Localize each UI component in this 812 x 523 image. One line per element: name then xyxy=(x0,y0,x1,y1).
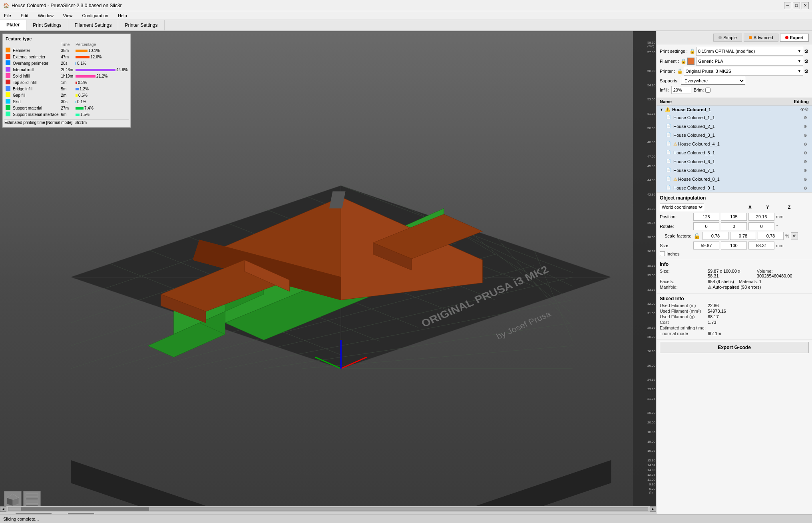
print-settings-section: Print settings : 🔒 0.15mm OPTIMAL (modif… xyxy=(657,44,812,98)
horizontal-scrollbar[interactable]: ◄ ► xyxy=(0,506,656,512)
menu-window[interactable]: Window xyxy=(36,12,56,19)
position-label: Position: xyxy=(660,214,692,219)
brim-row: Brim: xyxy=(694,88,711,93)
item-icon-8: 📄 xyxy=(666,176,672,182)
cost-value: 1.73 xyxy=(708,320,716,325)
group-gear-icon[interactable]: ⚙ xyxy=(805,107,809,112)
svg-rect-55 xyxy=(26,494,38,496)
filament-m-value: 22.86 xyxy=(708,303,719,308)
item-gear-1[interactable]: ⚙ xyxy=(802,114,809,121)
minimize-button[interactable]: ─ xyxy=(784,2,791,9)
maximize-button[interactable]: □ xyxy=(793,2,800,9)
group-header[interactable]: ▼ ⚠️ House Coloured_1 👁 ⚙ xyxy=(657,106,812,113)
rotate-x-input[interactable] xyxy=(693,222,719,230)
menu-view[interactable]: View xyxy=(61,12,75,19)
scale-reset-button[interactable]: ↺ xyxy=(791,232,798,240)
infill-label: Infill: xyxy=(660,88,669,92)
scroll-left-button[interactable]: ◄ xyxy=(0,506,6,512)
item-gear-5[interactable]: ⚙ xyxy=(802,149,809,156)
settings-lock-icon: 🔒 xyxy=(689,48,695,54)
mode-simple-button[interactable]: Simple xyxy=(713,34,742,42)
item-gear-8[interactable]: ⚙ xyxy=(802,176,809,183)
close-button[interactable]: ✕ xyxy=(802,2,809,9)
supports-label: Supports: xyxy=(660,78,679,83)
scroll-thumb[interactable] xyxy=(21,507,149,511)
object-manipulation-section: Object manipulation World coordinates Lo… xyxy=(657,193,812,259)
scale-x-input[interactable] xyxy=(703,232,728,240)
scale-y-input[interactable] xyxy=(730,232,756,240)
filament-lock-icon: 🔒 xyxy=(681,58,687,64)
infill-input[interactable] xyxy=(671,86,691,94)
item-gear-7[interactable]: ⚙ xyxy=(802,167,809,174)
rotate-label: Rotate: xyxy=(660,224,692,229)
obj-item-6[interactable]: 📄 House Coloured_6_1 ⚙ xyxy=(657,157,812,166)
tab-filament-settings[interactable]: Filament Settings xyxy=(68,20,119,30)
info-manifold-value: ⚠ Auto-repaired (98 errors) xyxy=(708,285,761,290)
filament-color-swatch[interactable] xyxy=(687,58,695,65)
info-volume-value: 300285460480.00 xyxy=(757,273,792,278)
menu-configuration[interactable]: Configuration xyxy=(80,12,110,19)
name-column-header: Name xyxy=(660,99,785,104)
legend-item-gap-fill: Gap fill 2m 0.5% xyxy=(4,92,129,98)
scroll-right-button[interactable]: ► xyxy=(650,506,656,512)
size-x-input[interactable] xyxy=(693,242,719,250)
inches-checkbox[interactable] xyxy=(660,251,665,256)
tab-plater[interactable]: Plater xyxy=(0,20,26,30)
obj-item-1[interactable]: 📄 House Coloured_1_1 ⚙ xyxy=(657,113,812,122)
rotate-z-input[interactable] xyxy=(748,222,774,230)
size-y-input[interactable] xyxy=(721,242,747,250)
print-settings-gear[interactable]: ⚙ xyxy=(804,48,809,54)
main-area: ORIGINAL PRUSA i3 MK2 by Josef Prusa Fea… xyxy=(0,31,812,523)
used-filament-g-row: Used Filament (g) 68.17 xyxy=(660,314,809,319)
obj-item-2[interactable]: 📄 House Coloured_2_1 ⚙ xyxy=(657,122,812,131)
filament-gear[interactable]: ⚙ xyxy=(804,58,809,64)
menu-help[interactable]: Help xyxy=(115,12,129,19)
position-x-input[interactable] xyxy=(693,213,719,221)
menu-file[interactable]: File xyxy=(2,12,14,19)
tab-print-settings[interactable]: Print Settings xyxy=(26,20,68,30)
menu-edit[interactable]: Edit xyxy=(18,12,31,19)
item-gear-9[interactable]: ⚙ xyxy=(802,184,809,192)
coord-system-selector[interactable]: World coordinates Local coordinates xyxy=(660,203,704,211)
supports-selector[interactable]: Everywhere None Support on build plate o… xyxy=(681,77,745,85)
print-settings-dropdown[interactable]: 0.15mm OPTIMAL (modified) ▼ xyxy=(696,47,803,56)
item-gear-6[interactable]: ⚙ xyxy=(802,158,809,165)
export-gcode-button[interactable]: Export G-code xyxy=(660,342,809,353)
size-z-input[interactable] xyxy=(748,242,774,250)
brim-checkbox[interactable] xyxy=(705,88,710,93)
filament-m-label: Used Filament (m) xyxy=(660,303,708,308)
printer-lock-icon: 🔒 xyxy=(677,68,683,74)
viewport-container[interactable]: ORIGINAL PRUSA i3 MK2 by Josef Prusa Fea… xyxy=(0,31,656,523)
mode-expert-button[interactable]: Expert xyxy=(780,34,809,42)
item-gear-2[interactable]: ⚙ xyxy=(802,123,809,130)
obj-item-9[interactable]: 📄 House Coloured_9_1 ⚙ xyxy=(657,184,812,192)
obj-item-4[interactable]: 📄 ⚠ House Coloured_4_1 ⚙ xyxy=(657,140,812,148)
position-z-input[interactable] xyxy=(748,213,774,221)
obj-item-7[interactable]: 📄 House Coloured_7_1 ⚙ xyxy=(657,166,812,175)
item-gear-4[interactable]: ⚙ xyxy=(802,140,809,148)
item-icon-3: 📄 xyxy=(666,132,672,138)
item-icon-4: 📄 xyxy=(666,141,672,147)
tab-printer-settings[interactable]: Printer Settings xyxy=(118,20,164,30)
position-y-input[interactable] xyxy=(721,213,747,221)
obj-item-5[interactable]: 📄 House Coloured_5_1 ⚙ xyxy=(657,148,812,157)
printer-gear[interactable]: ⚙ xyxy=(804,68,809,74)
lock-scale-icon[interactable]: 🔒 xyxy=(693,233,700,239)
titlebar: 🏠 House Coloured - PrusaSlicer-2.3.0 bas… xyxy=(0,0,812,11)
print-settings-value: 0.15mm OPTIMAL (modified) xyxy=(698,49,755,54)
item-gear-3[interactable]: ⚙ xyxy=(802,132,809,139)
legend-table: Time Percentage Perimeter 38m 10.1% Exte… xyxy=(4,42,129,118)
rotate-y-input[interactable] xyxy=(721,222,747,230)
mode-advanced-button[interactable]: Advanced xyxy=(744,34,778,42)
obj-item-3[interactable]: 📄 House Coloured_3_1 ⚙ xyxy=(657,131,812,140)
group-eye-icon[interactable]: 👁 xyxy=(800,107,805,112)
obj-item-8[interactable]: 📄 ⚠ House Coloured_8_1 ⚙ xyxy=(657,175,812,184)
scale-z-input[interactable] xyxy=(758,232,784,240)
scroll-track[interactable] xyxy=(8,507,648,511)
filament-dropdown[interactable]: Generic PLA ▼ xyxy=(696,57,803,66)
legend-item-support: Support material 27m 7.4% xyxy=(4,105,129,111)
infill-row: Infill: Brim: xyxy=(660,86,809,94)
printer-dropdown[interactable]: Original Prusa i3 MK2S ▼ xyxy=(684,67,803,76)
object-group-house: ▼ ⚠️ House Coloured_1 👁 ⚙ 📄 House Colour… xyxy=(657,106,812,192)
svg-rect-56 xyxy=(26,497,38,500)
